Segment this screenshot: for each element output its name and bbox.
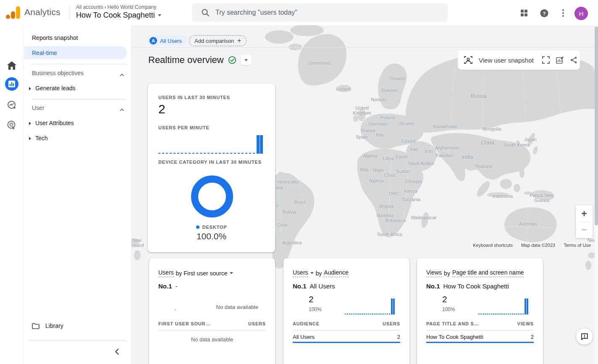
metric-selector[interactable]: Views <box>426 269 442 277</box>
top-percent: 100% <box>309 306 322 312</box>
no-data-text: No data available <box>216 304 258 310</box>
sidebar-item-realtime[interactable]: Real-time <box>32 50 139 56</box>
advertising-nav-icon[interactable] <box>0 117 24 134</box>
apps-grid-icon[interactable] <box>520 9 528 17</box>
users-30min-value: 2 <box>158 102 165 116</box>
more-options-icon[interactable] <box>559 9 567 17</box>
card-users-by-audience: Users by Audience No.1All Users 2 100% A… <box>283 258 409 364</box>
table-row[interactable]: How To Cook Spaghetti2 <box>426 334 534 340</box>
chart-zero-dash <box>485 314 486 314</box>
pagetitle-sparkline[interactable] <box>478 299 530 314</box>
table-header-border <box>293 330 400 330</box>
app-bar: Analytics All accounts›Hello World Compa… <box>0 0 598 25</box>
chart-zero-dash <box>364 314 365 314</box>
home-nav-icon[interactable] <box>0 57 24 74</box>
product-name: Analytics <box>24 7 60 17</box>
chart-zero-dash <box>389 314 390 314</box>
section-user[interactable]: User <box>32 105 45 111</box>
title-dropdown-button[interactable] <box>241 55 252 65</box>
account-avatar[interactable]: H <box>574 7 588 20</box>
chart-zero-dash <box>189 153 191 154</box>
chart-bar <box>391 299 393 314</box>
help-icon[interactable]: ? <box>540 9 548 17</box>
metric-selector[interactable]: Users <box>158 269 174 277</box>
chart-zero-dash <box>504 314 505 314</box>
chart-zero-dash <box>514 314 515 314</box>
sidebar-item-tech[interactable]: Tech <box>38 135 146 141</box>
join-text: by <box>444 270 450 277</box>
sidebar-item-library[interactable]: Library <box>32 322 63 329</box>
table-no-data-text: No data available <box>149 336 275 343</box>
top-rank-row: No.1- <box>158 283 178 290</box>
data-quality-check-icon[interactable] <box>228 56 236 64</box>
chart-bar <box>260 135 263 154</box>
chevron-down-icon[interactable] <box>310 272 314 274</box>
dimension-selector[interactable]: Audience <box>324 269 348 277</box>
chart-zero-dash <box>173 153 176 154</box>
property-selector[interactable]: How To Cook Spaghetti <box>76 11 161 20</box>
scrollbar-thumb[interactable] <box>595 26 598 225</box>
user-snapshot-icon[interactable] <box>464 55 473 65</box>
expand-triangle-icon <box>29 122 31 125</box>
dimension-selector[interactable]: Page title and screen name <box>452 269 524 277</box>
chart-zero-dash <box>223 153 225 154</box>
explore-nav-icon[interactable] <box>0 97 24 113</box>
chevron-up-icon[interactable] <box>120 71 124 78</box>
keyboard-shortcuts-link[interactable]: Keyboard shortcuts <box>472 242 514 248</box>
row-bar <box>293 342 400 343</box>
audience-sparkline[interactable] <box>345 299 396 314</box>
map-data-text: Map data ©2023 <box>520 242 557 248</box>
chart-zero-dash <box>170 153 172 154</box>
chart-zero-dash <box>387 314 388 314</box>
page-scrollbar[interactable] <box>595 25 598 364</box>
chart-zero-dash <box>177 153 179 154</box>
breadcrumb[interactable]: All accounts›Hello World Company <box>76 4 156 10</box>
section-business-objectives[interactable]: Business objectives <box>32 70 84 76</box>
device-category-label: DEVICE CATEGORY IN LAST 30 MINUTES <box>158 160 262 165</box>
reports-nav-icon[interactable] <box>0 76 24 92</box>
add-comparison-button[interactable]: Add comparison + <box>189 35 247 46</box>
table-row[interactable]: All Users2 <box>293 334 400 340</box>
comparison-chip-all-users[interactable]: A All Users <box>148 35 187 46</box>
divider <box>70 6 70 19</box>
chart-zero-dash <box>181 153 183 154</box>
fullscreen-icon[interactable] <box>542 55 550 65</box>
share-icon[interactable] <box>570 55 577 65</box>
collapse-sidebar-button[interactable] <box>112 346 122 356</box>
divider <box>29 340 126 340</box>
comparison-divider <box>131 47 595 48</box>
divider <box>32 64 126 64</box>
sidebar-item-generate-leads[interactable]: Generate leads <box>38 85 146 92</box>
chart-zero-dash <box>162 153 164 154</box>
zoom-out-button[interactable]: − <box>576 222 593 237</box>
chart-zero-dash <box>200 153 202 154</box>
insights-edit-icon[interactable] <box>556 55 564 65</box>
chevron-down-icon[interactable] <box>230 272 233 274</box>
empty-value: - <box>174 306 176 312</box>
chart-zero-dash <box>385 314 386 314</box>
folder-icon <box>32 323 39 329</box>
join-text: by <box>316 270 322 277</box>
chart-zero-dash <box>253 153 255 154</box>
search-bar[interactable] <box>192 3 448 22</box>
feedback-button[interactable] <box>576 328 593 345</box>
sidebar-item-reports-snapshot[interactable]: Reports snapshot <box>32 34 139 41</box>
zoom-in-button[interactable]: + <box>576 206 593 221</box>
page-title: Realtime overview <box>148 55 224 65</box>
chart-zero-dash <box>522 314 524 314</box>
chart-zero-dash <box>378 314 380 314</box>
sidebar-item-user-attributes[interactable]: User Attributes <box>38 120 146 126</box>
device-donut-chart[interactable] <box>191 175 233 217</box>
chart-zero-dash <box>166 153 168 154</box>
chart-zero-dash <box>192 153 194 154</box>
chart-bar <box>527 299 528 314</box>
analytics-logo-icon[interactable] <box>6 5 21 20</box>
chevron-up-icon[interactable] <box>120 105 124 113</box>
view-user-snapshot-label[interactable]: View user snapshot <box>479 57 534 64</box>
search-input[interactable] <box>215 9 434 16</box>
users-per-minute-chart[interactable] <box>158 135 264 154</box>
metric-selector[interactable]: Users <box>293 269 308 277</box>
terms-of-use-link[interactable]: Terms of Use <box>562 242 592 248</box>
plus-icon: + <box>237 37 241 45</box>
chart-zero-dash <box>241 153 244 154</box>
